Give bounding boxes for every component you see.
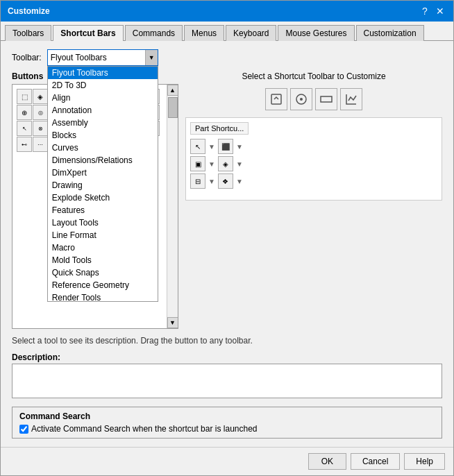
icon-btn-2[interactable]: ◈	[33, 89, 48, 104]
icon-btn-29[interactable]: ⋯	[33, 137, 48, 152]
tab-bar: Toolbars Shortcut Bars Commands Menus Ke…	[1, 22, 453, 41]
customize-dialog: Customize ? ✕ Toolbars Shortcut Bars Com…	[0, 0, 454, 476]
tab-commands[interactable]: Commands	[125, 25, 183, 41]
icon-btn-28[interactable]: ⊷	[17, 137, 32, 152]
title-bar: Customize ? ✕	[1, 1, 453, 22]
command-search-title: Command Search	[19, 411, 435, 421]
dropdown-item[interactable]: Flyout Toolbars	[48, 67, 158, 79]
command-search-label: Activate Command Search when the shortcu…	[31, 424, 258, 434]
dropdown-item[interactable]: Drawing	[48, 179, 158, 192]
part-arrow-4[interactable]: ▼	[236, 160, 243, 168]
toolbar-dropdown-list: Flyout Toolbars2D To 3DAlignAnnotationAs…	[47, 66, 158, 302]
title-controls: ? ✕	[419, 5, 446, 17]
help-dialog-button[interactable]: Help	[404, 453, 445, 470]
shortcut-icon-3[interactable]	[315, 88, 337, 110]
select-tool-text-2: ee its description. Drag the button to a…	[74, 336, 253, 346]
svg-point-2	[300, 98, 303, 101]
dropdown-item[interactable]: Render Tools	[48, 291, 158, 302]
part-row-1: ↖ ▼ ⬛ ▼	[190, 139, 437, 154]
selected-value: Flyout Toolbars	[51, 53, 107, 62]
select-tool-text: Select a tool to s	[12, 336, 74, 346]
part-icon-grid[interactable]: ▣	[190, 156, 205, 171]
part-arrow-6[interactable]: ▼	[236, 178, 243, 185]
dropdown-item[interactable]: Line Format	[48, 229, 158, 241]
dropdown-item[interactable]: DimXpert	[48, 167, 158, 179]
command-search-section: Command Search Activate Command Search w…	[12, 407, 442, 439]
dropdown-item[interactable]: Macro	[48, 241, 158, 254]
select-shortcut-label: Select a Shortcut Toolbar to Customize	[185, 71, 442, 81]
icon-btn-11[interactable]: ◎	[33, 105, 48, 120]
dropdown-selected[interactable]: Flyout Toolbars ▼	[47, 49, 158, 66]
dialog-content: Toolbar: Flyout Toolbars ▼ Flyout Toolba…	[1, 41, 453, 447]
shortcut-icon-2[interactable]	[290, 88, 312, 110]
dropdown-item[interactable]: Curves	[48, 142, 158, 154]
close-button[interactable]: ✕	[434, 5, 446, 17]
tab-menus[interactable]: Menus	[184, 25, 224, 41]
scroll-down-arrow[interactable]: ▼	[167, 317, 178, 328]
part-icon-filter[interactable]: ⊟	[190, 173, 205, 189]
dropdown-item[interactable]: Layout Tools	[48, 216, 158, 229]
dialog-title: Customize	[8, 6, 50, 16]
dropdown-item[interactable]: Reference Geometry	[48, 279, 158, 291]
dropdown-item[interactable]: Assembly	[48, 117, 158, 129]
icon-btn-19[interactable]: ↖	[17, 121, 32, 136]
part-row-3: ⊟ ▼ ❖ ▼	[190, 173, 437, 189]
part-shortcut-box: Part Shortcu... ↖ ▼ ⬛ ▼ ▣ ▼ ◈ ▼	[185, 117, 442, 201]
shortcut-icon-4[interactable]	[340, 88, 362, 110]
part-icon-star[interactable]: ❖	[218, 173, 233, 189]
dropdown-item[interactable]: Blocks	[48, 129, 158, 142]
tab-shortcut-bars[interactable]: Shortcut Bars	[53, 25, 123, 41]
dropdown-arrow-icon: ▼	[145, 50, 158, 65]
dropdown-item[interactable]: Annotation	[48, 104, 158, 117]
tab-customization[interactable]: Customization	[356, 25, 424, 41]
help-button[interactable]: ?	[419, 5, 431, 17]
dropdown-item[interactable]: 2D To 3D	[48, 79, 158, 92]
tab-mouse-gestures[interactable]: Mouse Gestures	[278, 25, 354, 41]
part-icon-cursor[interactable]: ↖	[190, 139, 205, 154]
bottom-buttons: OK Cancel Help	[1, 447, 453, 475]
part-shortcut-title: Part Shortcu...	[190, 122, 249, 135]
tab-toolbars[interactable]: Toolbars	[5, 25, 51, 41]
description-label: Description:	[12, 352, 442, 362]
tab-keyboard[interactable]: Keyboard	[226, 25, 276, 41]
ok-button[interactable]: OK	[308, 453, 346, 470]
description-content	[12, 364, 442, 398]
part-icon-diamond[interactable]: ◈	[218, 156, 233, 171]
shortcut-toolbar-icons	[185, 88, 442, 110]
command-search-checkbox[interactable]	[19, 425, 28, 434]
right-panel: Select a Shortcut Toolbar to Customize	[185, 71, 442, 329]
toolbar-label: Toolbar:	[12, 53, 42, 62]
part-arrow-2[interactable]: ▼	[236, 143, 243, 151]
toolbar-row: Toolbar: Flyout Toolbars ▼ Flyout Toolba…	[12, 49, 442, 66]
cancel-button[interactable]: Cancel	[351, 453, 400, 470]
part-arrow-3[interactable]: ▼	[208, 160, 215, 168]
toolbar-dropdown[interactable]: Flyout Toolbars ▼ Flyout Toolbars2D To 3…	[47, 49, 158, 66]
dropdown-item[interactable]: Align	[48, 92, 158, 104]
checkbox-row: Activate Command Search when the shortcu…	[19, 424, 435, 434]
dropdown-item[interactable]: Mold Tools	[48, 254, 158, 266]
shortcut-icon-1[interactable]	[265, 88, 287, 110]
icon-btn-1[interactable]: ⬚	[17, 89, 32, 104]
icon-btn-10[interactable]: ⊕	[17, 105, 32, 120]
svg-rect-0	[271, 94, 281, 104]
select-tool-row: Select a tool to see its description. Dr…	[12, 334, 442, 347]
part-row-2: ▣ ▼ ◈ ▼	[190, 156, 437, 171]
scroll-up-arrow[interactable]: ▲	[167, 85, 178, 96]
part-arrow-5[interactable]: ▼	[208, 178, 215, 185]
svg-rect-3	[321, 96, 332, 102]
dropdown-item[interactable]: Features	[48, 204, 158, 216]
part-icon-box[interactable]: ⬛	[218, 139, 233, 154]
icon-btn-20[interactable]: ⊗	[33, 121, 48, 136]
scrollbar[interactable]: ▲ ▼	[167, 85, 178, 328]
description-section: Description:	[12, 352, 442, 398]
dropdown-item[interactable]: Dimensions/Relations	[48, 154, 158, 167]
dropdown-item[interactable]: Explode Sketch	[48, 192, 158, 204]
dropdown-item[interactable]: Quick Snaps	[48, 266, 158, 279]
part-arrow-1[interactable]: ▼	[208, 143, 215, 151]
scroll-thumb[interactable]	[168, 97, 178, 118]
